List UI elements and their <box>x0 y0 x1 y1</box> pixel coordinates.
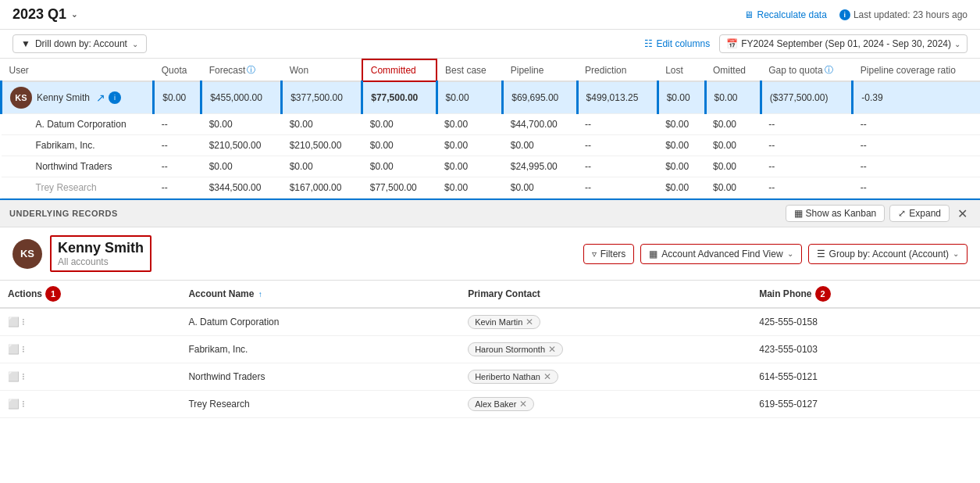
chip-remove-trey[interactable]: ✕ <box>519 399 527 410</box>
edit-columns-button[interactable]: ☷ Edit columns <box>644 38 710 49</box>
kenny-prediction: $499,013.25 <box>577 81 657 114</box>
expand-button[interactable]: ⤢ Expand <box>889 205 950 222</box>
kenny-coverage: -0.39 <box>853 81 980 114</box>
th-prediction: Prediction <box>577 59 657 81</box>
subrow-datum-omitted: $0.00 <box>705 114 761 135</box>
kenny-lost: $0.00 <box>657 81 705 114</box>
subrow-datum-best: $0.00 <box>437 114 503 135</box>
record-northwind-contact: Heriberto Nathan ✕ <box>460 363 751 391</box>
kenny-smith-row: KS Kenny Smith ↗ i $0.00 $455,000.00 $37… <box>2 81 981 114</box>
group-by-button[interactable]: ☰ Group by: Account (Account) ⌄ <box>808 244 968 264</box>
chip-remove-northwind[interactable]: ✕ <box>543 371 551 382</box>
ks-name: Kenny Smith <box>58 240 144 256</box>
th-committed: Committed <box>362 59 437 81</box>
more-northwind-icon[interactable]: ⁝ <box>22 371 25 382</box>
more-fabrikam-icon[interactable]: ⁝ <box>22 344 25 355</box>
main-phone-header-cell: Main Phone 2 <box>759 286 972 302</box>
subrow-datum-forecast: $0.00 <box>201 114 282 135</box>
th-lost: Lost <box>657 59 705 81</box>
contact-chip-datum: Kevin Martin ✕ <box>468 315 540 329</box>
contact-chip-fabrikam: Haroun Stormonth ✕ <box>468 342 563 356</box>
underlying-header-actions: ▦ Show as Kanban ⤢ Expand ✕ <box>786 205 971 222</box>
kenny-pipeline: $69,695.00 <box>503 81 577 114</box>
contact-chip-trey: Alex Baker ✕ <box>468 397 534 411</box>
more-trey-icon[interactable]: ⁝ <box>22 399 25 410</box>
subrow-datum-won: $0.00 <box>282 114 362 135</box>
chip-remove-fabrikam[interactable]: ✕ <box>548 344 556 355</box>
record-northwind-actions: ⬜ ⁝ <box>0 363 180 391</box>
kenny-avatar: KS <box>10 87 32 109</box>
group-by-chevron: ⌄ <box>953 249 959 258</box>
account-name-sort-icon[interactable]: ↑ <box>258 290 262 299</box>
open-record-icon[interactable]: ⬜ <box>8 317 20 327</box>
record-trey-contact: Alex Baker ✕ <box>460 391 751 418</box>
kenny-user-cell-inner: KS Kenny Smith ↗ i <box>10 87 144 109</box>
kenny-user-cell: KS Kenny Smith ↗ i <box>2 81 154 114</box>
period-chevron-icon: ⌄ <box>71 10 77 19</box>
main-table: User Quota Forecast ⓘ Won Committed Best… <box>0 59 980 199</box>
show-as-kanban-button[interactable]: ▦ Show as Kanban <box>786 205 886 222</box>
gap-info-icon[interactable]: ⓘ <box>825 64 833 76</box>
period-title-area[interactable]: 2023 Q1 ⌄ <box>12 6 77 23</box>
underlying-header: UNDERLYING RECORDS ▦ Show as Kanban ⤢ Ex… <box>0 200 980 227</box>
th-user: User <box>2 59 154 81</box>
subrow-datum-coverage: -- <box>853 114 980 135</box>
kenny-forecast: $455,000.00 <box>201 81 282 114</box>
th-primary-contact: Primary Contact <box>460 281 751 308</box>
record-row-datum: ⬜ ⁝ A. Datum Corporation Kevin Martin ✕ … <box>0 308 980 336</box>
subrow-datum-pipeline: $44,700.00 <box>503 114 577 135</box>
record-trey-actions: ⬜ ⁝ <box>0 391 180 418</box>
subrow-datum-lost: $0.00 <box>657 114 705 135</box>
record-fabrikam-phone: 423-555-0103 <box>751 336 980 363</box>
th-won: Won <box>282 59 362 81</box>
open-northwind-icon[interactable]: ⬜ <box>8 371 20 382</box>
open-fabrikam-icon[interactable]: ⬜ <box>8 344 20 355</box>
close-panel-button[interactable]: ✕ <box>954 206 971 221</box>
toolbar-right: ☷ Edit columns 📅 FY2024 September (Sep 0… <box>644 34 968 53</box>
chip-remove-datum[interactable]: ✕ <box>526 317 533 327</box>
underlying-panel: UNDERLYING RECORDS ▦ Show as Kanban ⤢ Ex… <box>0 199 980 418</box>
ks-right: ▿ Filters ▦ Account Advanced Find View ⌄… <box>583 244 968 264</box>
period-title: 2023 Q1 <box>12 6 66 23</box>
kenny-best-case: $0.00 <box>437 81 503 114</box>
subrow-datum-gap: -- <box>761 114 853 135</box>
forecast-info-icon[interactable]: ⓘ <box>247 64 255 76</box>
subrow-fabrikam: Fabrikam, Inc. -- $210,500.00 $210,500.0… <box>2 135 981 156</box>
records-table-container: Actions 1 Account Name ↑ Primary Contact… <box>0 281 980 418</box>
subrow-datum-quota: -- <box>154 114 201 135</box>
records-table: Actions 1 Account Name ↑ Primary Contact… <box>0 281 980 418</box>
record-row-northwind: ⬜ ⁝ Northwind Traders Heriberto Nathan ✕… <box>0 363 980 391</box>
kenny-info-icon[interactable]: i <box>109 91 121 104</box>
record-trey-phone: 619-555-0127 <box>751 391 980 418</box>
kenny-expand-icon[interactable]: ↗ <box>96 91 105 104</box>
ks-name-box: Kenny Smith All accounts <box>50 235 151 272</box>
ks-section: KS Kenny Smith All accounts ▿ Filters ▦ … <box>0 227 980 281</box>
main-table-header-row: User Quota Forecast ⓘ Won Committed Best… <box>2 59 981 81</box>
open-trey-icon[interactable]: ⬜ <box>8 399 20 410</box>
more-options-icon[interactable]: ⁝ <box>22 317 25 327</box>
recalculate-button[interactable]: 🖥 Recalculate data <box>744 9 826 20</box>
actions-badge: 1 <box>45 286 61 302</box>
subrow-fabrikam-account: Fabrikam, Inc. <box>2 135 154 156</box>
contact-chip-northwind: Heriberto Nathan ✕ <box>468 370 558 384</box>
kenny-gap: ($377,500.00) <box>761 81 853 114</box>
filter-icon: ▿ <box>592 249 597 259</box>
th-omitted: Omitted <box>705 59 761 81</box>
record-row-trey: ⬜ ⁝ Trey Research Alex Baker ✕ 619-555-0… <box>0 391 980 418</box>
record-trey-name: Trey Research <box>180 391 460 418</box>
records-header-row: Actions 1 Account Name ↑ Primary Contact… <box>0 281 980 308</box>
filters-button[interactable]: ▿ Filters <box>583 244 635 264</box>
advanced-find-button[interactable]: ▦ Account Advanced Find View ⌄ <box>640 244 801 264</box>
kenny-quota: $0.00 <box>154 81 201 114</box>
th-forecast: Forecast ⓘ <box>201 59 282 81</box>
record-fabrikam-contact: Haroun Stormonth ✕ <box>460 336 751 363</box>
ks-section-avatar: KS <box>12 239 42 269</box>
drill-down-button[interactable]: ▼ Drill down by: Account ⌄ <box>12 34 147 53</box>
fy-selector[interactable]: 📅 FY2024 September (Sep 01, 2024 - Sep 3… <box>719 34 968 53</box>
subrow-northwind: Northwind Traders -- $0.00 $0.00 $0.00 $… <box>2 156 981 177</box>
th-account-name: Account Name ↑ <box>180 281 460 308</box>
last-updated-label: i Last updated: 23 hours ago <box>839 9 968 20</box>
record-fabrikam-name: Fabrikam, Inc. <box>180 336 460 363</box>
record-datum-phone: 425-555-0158 <box>751 308 980 336</box>
kenny-omitted: $0.00 <box>705 81 761 114</box>
